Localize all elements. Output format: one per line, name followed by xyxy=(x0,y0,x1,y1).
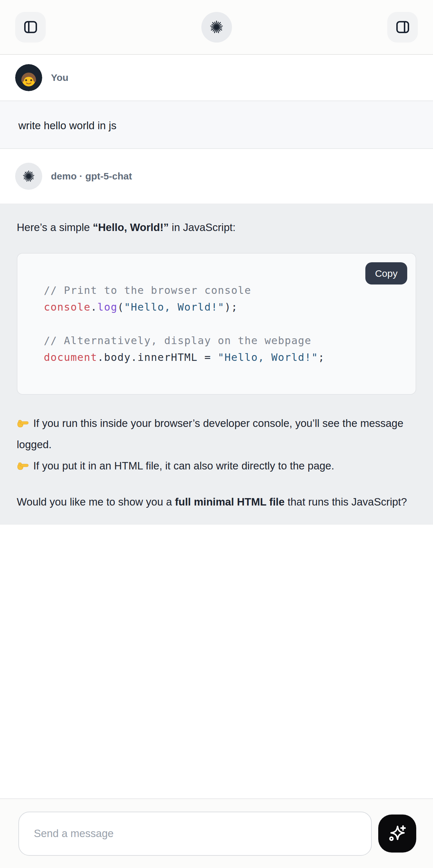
pointing-right-emoji-icon xyxy=(17,415,29,427)
message-input[interactable] xyxy=(18,812,372,856)
user-turn-name: You xyxy=(51,72,68,83)
toggle-right-sidebar-button[interactable] xyxy=(387,12,418,42)
chat-scroll-area[interactable] xyxy=(0,525,433,798)
code-content: // Print to the browser consoleconsole.l… xyxy=(44,282,404,366)
starburst-logo-icon xyxy=(208,19,225,36)
model-logo-button[interactable] xyxy=(202,12,232,42)
assistant-message-bubble: Here’s a simple “Hello, World!” in JavaS… xyxy=(0,204,433,525)
assistant-turn-name: demo · gpt-5-chat xyxy=(51,171,132,182)
text-segment: Would you like me to show you a xyxy=(17,496,175,508)
tip-line: If you run this inside your browser’s de… xyxy=(17,413,416,455)
user-turn-header: You xyxy=(0,55,433,100)
top-bar xyxy=(0,0,433,55)
starburst-logo-icon xyxy=(21,168,36,184)
assistant-avatar xyxy=(15,163,42,190)
assistant-closing-text: Would you like me to show you a full min… xyxy=(17,491,416,513)
bold-text-segment: “Hello, World!” xyxy=(93,221,169,233)
sparkle-icon xyxy=(387,823,407,844)
composer-bar xyxy=(0,798,433,868)
code-line: // Alternatively, display on the webpage xyxy=(44,332,404,349)
panel-left-icon xyxy=(23,19,39,35)
code-line xyxy=(44,315,404,332)
pointing-right-emoji-icon xyxy=(17,458,29,470)
text-segment: If you put it in an HTML file, it can al… xyxy=(33,460,334,472)
assistant-intro-text: Here’s a simple “Hello, World!” in JavaS… xyxy=(17,217,416,238)
code-line: console.log("Hello, World!"); xyxy=(44,299,404,315)
copy-code-button[interactable]: Copy xyxy=(365,262,407,284)
text-segment: in JavaScript: xyxy=(169,221,236,233)
code-line: document.body.innerHTML = "Hello, World!… xyxy=(44,349,404,366)
code-block: Copy // Print to the browser consolecons… xyxy=(17,253,416,395)
code-line: // Print to the browser console xyxy=(44,282,404,299)
user-message-bubble: write hello world in js xyxy=(0,100,433,149)
assistant-tips-text: If you run this inside your browser’s de… xyxy=(17,413,416,476)
toggle-left-sidebar-button[interactable] xyxy=(15,12,46,42)
panel-right-icon xyxy=(395,19,411,35)
text-segment: Here’s a simple xyxy=(17,221,93,233)
person-emoji-icon xyxy=(15,64,42,91)
send-button[interactable] xyxy=(378,814,416,852)
text-segment: that runs this JavaScript? xyxy=(284,496,407,508)
tip-line: If you put it in an HTML file, it can al… xyxy=(17,455,416,476)
bold-text-segment: full minimal HTML file xyxy=(175,496,284,508)
user-message-text: write hello world in js xyxy=(18,120,116,132)
user-avatar xyxy=(15,64,42,91)
assistant-turn-header: demo · gpt-5-chat xyxy=(0,149,433,204)
text-segment: If you run this inside your browser’s de… xyxy=(17,417,403,451)
